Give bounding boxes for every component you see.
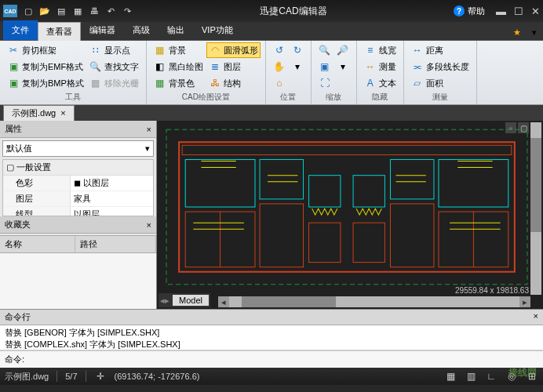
drawing-canvas[interactable]: ▫ ▢ × [157,121,543,309]
copy-emf-button[interactable]: ▣复制为EMF格式 [5,59,86,74]
zoom-out-button[interactable]: 🔎 [334,42,352,58]
zoom-all-button[interactable]: ⛶ [316,75,333,91]
distance-button[interactable]: ↔距离 [409,42,472,58]
status-bar: 示例图.dwg 5/7 ✛ (69136.74; -172676.6) ▦ ▥ … [0,368,543,385]
zoom-dd-button[interactable]: ▾ [334,59,352,74]
polyline-icon: ⫘ [411,60,424,73]
dimension-button[interactable]: ↔测量 [362,59,399,74]
undo-icon[interactable]: ↶ [104,5,117,17]
prop-linetype[interactable]: 线型以图层 [3,207,153,216]
background-button[interactable]: ▦背景 [151,42,206,58]
col-name[interactable]: 名称 [0,236,75,252]
arc-icon: ◠ [209,44,221,56]
favorite-icon[interactable]: ★ [508,24,526,40]
prop-layer[interactable]: 图层家具 [3,191,153,207]
svg-rect-7 [260,204,303,267]
saveas-icon[interactable]: ▦ [71,5,84,17]
show-points-label: 显示点 [104,45,130,56]
grid-icon[interactable]: ▥ [465,370,477,383]
smooth-arc-button[interactable]: ◠圆滑弧形 [206,42,261,58]
structure-button[interactable]: 🖧结构 [206,75,261,91]
lineweight-button[interactable]: ≡线宽 [362,42,399,58]
show-points-button[interactable]: ∷显示点 [87,42,141,58]
home-button[interactable]: ⌂ [271,75,288,91]
find-text-button[interactable]: 🔍查找文字 [87,59,141,74]
svg-rect-9 [309,223,341,262]
close-button[interactable]: ✕ [531,5,540,17]
distance-icon: ↔ [411,44,424,56]
svg-rect-10 [353,176,384,207]
open-icon[interactable]: 📂 [38,5,51,17]
scroll-thumb[interactable] [530,138,541,232]
favorites-close-icon[interactable]: × [147,220,151,230]
coords-icon: ✛ [94,370,107,383]
polyline-button[interactable]: ⫘多段线长度 [409,59,472,74]
osnap-icon[interactable]: ⊞ [526,370,538,383]
v-scrollbar[interactable] [530,122,541,295]
document-tab[interactable]: 示例图.dwg× [3,105,75,122]
zoom-window-button[interactable]: ▣ [316,59,333,74]
text-button[interactable]: A文本 [362,75,399,91]
tab-advanced[interactable]: 高级 [124,20,159,40]
area-label: 面积 [426,78,443,89]
h-scrollbar[interactable]: ◂▸ [218,296,530,307]
minimize-button[interactable]: ▬ [496,5,506,17]
tab-viewer[interactable]: 查看器 [38,22,81,41]
area-icon: ▱ [411,77,424,89]
layout-next-icon[interactable]: ▸ [165,296,169,306]
pan-button[interactable]: ✋ [271,59,288,74]
command-panel: 命令行× 替换 [GBENOR] 字体为 [SIMPLEX.SHX] 替换 [C… [0,309,543,368]
copy-bmp-button[interactable]: ▣复制为BMP格式 [5,75,86,91]
maximize-button[interactable]: ☐ [514,5,523,17]
area-button[interactable]: ▱面积 [409,75,472,91]
bgcolor-label: 背景色 [169,78,195,89]
zoom-out-icon: 🔎 [337,44,349,56]
chevron-down-icon: ▾ [337,60,349,73]
document-tabstrip: 示例图.dwg× [0,105,543,121]
blackwhite-button[interactable]: ◧黑白绘图 [151,59,206,74]
bgcolor-button[interactable]: ▦背景色 [151,75,206,91]
default-selector[interactable]: 默认值▾ [2,140,154,157]
ribbon-group-tools: ✂剪切框架 ▣复制为EMF格式 ▣复制为BMP格式 ∷显示点 🔍查找文字 ▦移除… [0,41,147,104]
layers-button[interactable]: ≣图层 [206,59,261,74]
tab-editor[interactable]: 编辑器 [81,20,124,40]
redo-icon[interactable]: ↷ [121,5,133,17]
ribbon-expand-icon[interactable]: ▾ [526,24,543,40]
new-icon[interactable]: ▢ [22,5,35,17]
help-button[interactable]: ?帮助 [454,5,485,17]
command-close-icon[interactable]: × [534,311,538,323]
scroll-thumb[interactable] [242,296,336,307]
command-input-row: 命令: [0,350,543,368]
tab-output[interactable]: 输出 [159,20,193,40]
rotate-left-icon: ↺ [273,44,286,56]
model-tab[interactable]: Model [173,295,209,306]
ribbon-group-tools-label: 工具 [5,92,141,103]
favorites-title: 收藏夹 [5,219,31,230]
zoom-in-button[interactable]: 🔍 [316,42,333,58]
col-path[interactable]: 路径 [75,236,156,252]
pan-dd-button[interactable]: ▾ [289,59,306,74]
save-icon[interactable]: ▤ [55,5,67,17]
scroll-left-icon[interactable]: ◂ [218,296,229,307]
tab-file[interactable]: 文件 [3,20,38,40]
pan-left-button[interactable]: ↺ [271,42,288,58]
tab-vip[interactable]: VIP功能 [193,20,242,40]
properties-title: 属性 [5,123,22,135]
property-category[interactable]: ▢ 一般设置 [3,160,153,176]
snap-icon[interactable]: ▦ [444,370,457,383]
copy-bmp-label: 复制为BMP格式 [22,78,84,89]
favorites-columns: 名称 路径 [0,235,156,253]
ortho-icon[interactable]: ∟ [485,370,497,383]
text-label: 文本 [379,78,396,89]
status-coords: (69136.74; -172676.6) [115,372,200,381]
cut-frame-button[interactable]: ✂剪切框架 [5,42,86,58]
print-icon[interactable]: 🖶 [88,5,100,17]
chevron-down-icon: ▾ [291,60,304,73]
polar-icon[interactable]: ◎ [505,370,518,383]
panel-close-icon[interactable]: × [147,125,151,134]
pan-right-button[interactable]: ↻ [289,42,306,58]
scroll-right-icon[interactable]: ▸ [519,296,530,307]
prop-color[interactable]: 色彩◼ 以图层 [3,176,153,191]
command-input[interactable] [24,354,538,365]
document-close-icon[interactable]: × [60,108,65,118]
